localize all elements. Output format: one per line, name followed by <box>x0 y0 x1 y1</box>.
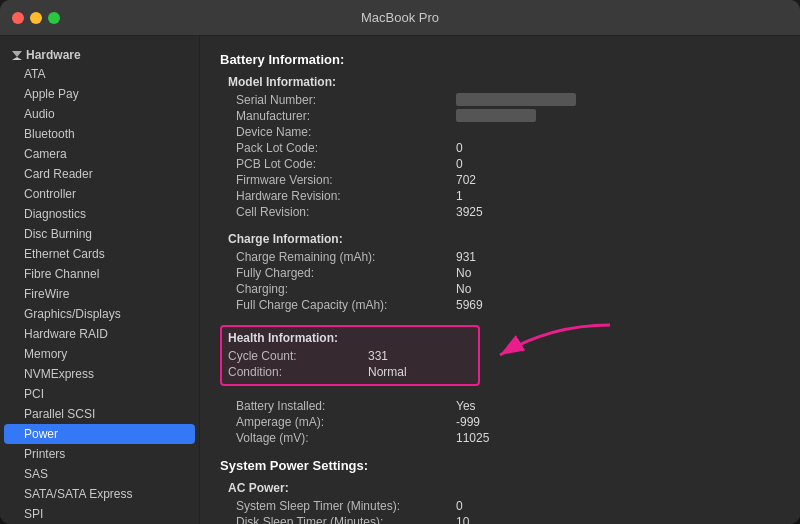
model-section-title: Model Information: <box>220 75 780 89</box>
battery-info-title: Battery Information: <box>220 52 780 67</box>
voltage-row: Voltage (mV): 11025 <box>220 430 780 446</box>
health-cycle-value: 331 <box>368 349 388 363</box>
sidebar-item-card-reader[interactable]: Card Reader <box>0 164 199 184</box>
hardware-header-label: Hardware <box>26 48 81 62</box>
sidebar-item-sata[interactable]: SATA/SATA Express <box>0 484 199 504</box>
model-serial-row: Serial Number: <box>220 92 780 108</box>
model-pcblot-row: PCB Lot Code: 0 <box>220 156 780 172</box>
sidebar-item-fibre-channel[interactable]: Fibre Channel <box>0 264 199 284</box>
health-condition-label: Condition: <box>228 365 368 379</box>
charge-remaining-row: Charge Remaining (mAh): 931 <box>220 249 780 265</box>
health-info-group: Health Information: Cycle Count: 331 Con… <box>220 325 780 386</box>
sidebar-item-sas[interactable]: SAS <box>0 464 199 484</box>
model-firmware-row: Firmware Version: 702 <box>220 172 780 188</box>
health-cycle-label: Cycle Count: <box>228 349 368 363</box>
charge-fullcap-value: 5969 <box>456 298 483 312</box>
minimize-button[interactable] <box>30 12 42 24</box>
sidebar-item-spi[interactable]: SPI <box>0 504 199 524</box>
ac-disk-sleep-row: Disk Sleep Timer (Minutes): 10 <box>220 514 780 524</box>
health-cycle-row: Cycle Count: 331 <box>228 348 472 364</box>
model-cellrev-row: Cell Revision: 3925 <box>220 204 780 220</box>
battery-installed-value: Yes <box>456 399 476 413</box>
charge-section-title: Charge Information: <box>220 232 780 246</box>
health-section-title: Health Information: <box>228 331 472 345</box>
maximize-button[interactable] <box>48 12 60 24</box>
sidebar-item-pci[interactable]: PCI <box>0 384 199 404</box>
health-condition-row: Condition: Normal <box>228 364 472 380</box>
sidebar-item-apple-pay[interactable]: Apple Pay <box>0 84 199 104</box>
charge-charging-value: No <box>456 282 471 296</box>
sidebar-item-graphics-displays[interactable]: Graphics/Displays <box>0 304 199 324</box>
ac-system-sleep-row: System Sleep Timer (Minutes): 0 <box>220 498 780 514</box>
sidebar-item-memory[interactable]: Memory <box>0 344 199 364</box>
ac-system-sleep-label: System Sleep Timer (Minutes): <box>236 499 456 513</box>
sidebar-item-camera[interactable]: Camera <box>0 144 199 164</box>
window-title: MacBook Pro <box>361 10 439 25</box>
model-packlot-label: Pack Lot Code: <box>236 141 456 155</box>
charge-fullycharged-value: No <box>456 266 471 280</box>
charge-fullycharged-row: Fully Charged: No <box>220 265 780 281</box>
sidebar-item-printers[interactable]: Printers <box>0 444 199 464</box>
amperage-label: Amperage (mA): <box>236 415 456 429</box>
charge-fullcap-label: Full Charge Capacity (mAh): <box>236 298 456 312</box>
voltage-value: 11025 <box>456 431 489 445</box>
ac-system-sleep-value: 0 <box>456 499 463 513</box>
model-pcblot-label: PCB Lot Code: <box>236 157 456 171</box>
charge-fullycharged-label: Fully Charged: <box>236 266 456 280</box>
ac-disk-sleep-value: 10 <box>456 515 469 524</box>
model-hwrev-value: 1 <box>456 189 463 203</box>
model-cellrev-label: Cell Revision: <box>236 205 456 219</box>
model-serial-value <box>456 93 576 106</box>
sidebar[interactable]: Hardware ATA Apple Pay Audio Bluetooth C… <box>0 36 200 524</box>
sidebar-item-controller[interactable]: Controller <box>0 184 199 204</box>
charge-fullcap-row: Full Charge Capacity (mAh): 5969 <box>220 297 780 313</box>
ac-disk-sleep-label: Disk Sleep Timer (Minutes): <box>236 515 456 524</box>
amperage-value: -999 <box>456 415 480 429</box>
model-packlot-value: 0 <box>456 141 463 155</box>
charge-info-group: Charge Information: Charge Remaining (mA… <box>220 232 780 313</box>
model-device-row: Device Name: <box>220 124 780 140</box>
sidebar-item-bluetooth[interactable]: Bluetooth <box>0 124 199 144</box>
amperage-row: Amperage (mA): -999 <box>220 414 780 430</box>
close-button[interactable] <box>12 12 24 24</box>
sidebar-item-power[interactable]: Power <box>4 424 195 444</box>
other-battery-group: Battery Installed: Yes Amperage (mA): -9… <box>220 398 780 446</box>
traffic-lights <box>12 12 60 24</box>
charge-charging-label: Charging: <box>236 282 456 296</box>
model-manufacturer-row: Manufacturer: <box>220 108 780 124</box>
sidebar-item-nvmexpress[interactable]: NVMExpress <box>0 364 199 384</box>
sidebar-item-parallel-scsi[interactable]: Parallel SCSI <box>0 404 199 424</box>
hardware-triangle-icon <box>12 51 22 60</box>
power-settings-title: System Power Settings: <box>220 458 780 473</box>
model-firmware-label: Firmware Version: <box>236 173 456 187</box>
model-hwrev-row: Hardware Revision: 1 <box>220 188 780 204</box>
hardware-section-header[interactable]: Hardware <box>0 44 199 64</box>
detail-panel: Battery Information: Model Information: … <box>200 36 800 524</box>
sidebar-item-hardware-raid[interactable]: Hardware RAID <box>0 324 199 344</box>
health-condition-value: Normal <box>368 365 407 379</box>
main-content: Hardware ATA Apple Pay Audio Bluetooth C… <box>0 36 800 524</box>
sidebar-item-diagnostics[interactable]: Diagnostics <box>0 204 199 224</box>
model-packlot-row: Pack Lot Code: 0 <box>220 140 780 156</box>
sidebar-item-ata[interactable]: ATA <box>0 64 199 84</box>
model-pcblot-value: 0 <box>456 157 463 171</box>
ac-section-title: AC Power: <box>220 481 780 495</box>
model-manufacturer-label: Manufacturer: <box>236 109 456 123</box>
arrow-annotation <box>470 315 630 395</box>
battery-installed-label: Battery Installed: <box>236 399 456 413</box>
model-serial-label: Serial Number: <box>236 93 456 107</box>
charge-charging-row: Charging: No <box>220 281 780 297</box>
model-manufacturer-value <box>456 109 536 122</box>
voltage-label: Voltage (mV): <box>236 431 456 445</box>
sidebar-item-audio[interactable]: Audio <box>0 104 199 124</box>
sidebar-item-firewire[interactable]: FireWire <box>0 284 199 304</box>
model-cellrev-value: 3925 <box>456 205 483 219</box>
main-window: MacBook Pro Hardware ATA Apple Pay Audio… <box>0 0 800 524</box>
model-hwrev-label: Hardware Revision: <box>236 189 456 203</box>
charge-remaining-value: 931 <box>456 250 476 264</box>
sidebar-item-ethernet-cards[interactable]: Ethernet Cards <box>0 244 199 264</box>
charge-remaining-label: Charge Remaining (mAh): <box>236 250 456 264</box>
ac-power-group: AC Power: System Sleep Timer (Minutes): … <box>220 481 780 524</box>
model-device-label: Device Name: <box>236 125 456 139</box>
sidebar-item-disc-burning[interactable]: Disc Burning <box>0 224 199 244</box>
